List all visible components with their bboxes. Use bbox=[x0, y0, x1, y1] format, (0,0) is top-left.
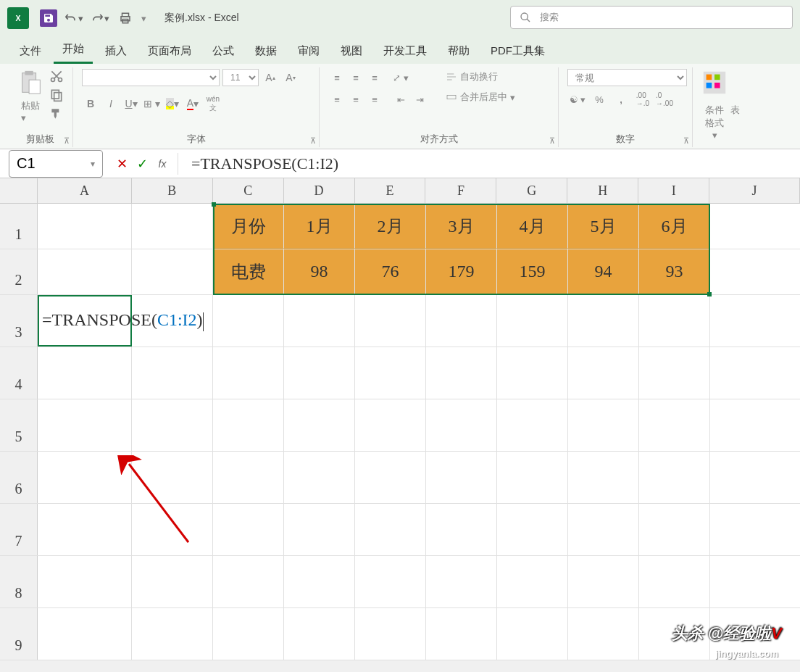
phonetic-button[interactable]: wén文 bbox=[204, 95, 222, 112]
conditional-format-icon[interactable] bbox=[701, 69, 728, 96]
increase-decimal-button[interactable]: .00→.0 bbox=[633, 91, 653, 108]
tab-pdf[interactable]: PDF工具集 bbox=[482, 38, 554, 64]
font-family-select[interactable] bbox=[82, 69, 220, 86]
cut-icon[interactable] bbox=[49, 69, 64, 83]
row-header-7[interactable]: 7 bbox=[0, 504, 38, 555]
tab-file[interactable]: 文件 bbox=[11, 38, 50, 64]
cell-a1[interactable] bbox=[38, 204, 132, 249]
cell-f1[interactable]: 3月 bbox=[426, 204, 497, 249]
tab-developer[interactable]: 开发工具 bbox=[375, 38, 436, 64]
alignment-launcher[interactable]: ⊼ bbox=[549, 136, 555, 146]
row-header-4[interactable]: 4 bbox=[0, 347, 38, 399]
currency-button[interactable]: ☯ ▾ bbox=[567, 91, 588, 108]
fx-icon[interactable]: fx bbox=[153, 154, 172, 173]
align-left-button[interactable]: ≡ bbox=[328, 91, 346, 108]
align-center-button[interactable]: ≡ bbox=[347, 91, 364, 108]
copy-icon[interactable] bbox=[49, 88, 64, 102]
col-header-h[interactable]: H bbox=[567, 178, 638, 203]
enter-icon[interactable]: ✓ bbox=[133, 154, 151, 173]
cell-h1[interactable]: 5月 bbox=[568, 204, 639, 249]
cell-e2[interactable]: 76 bbox=[355, 249, 426, 294]
cell-g1[interactable]: 4月 bbox=[497, 204, 568, 249]
tab-formulas[interactable]: 公式 bbox=[204, 38, 243, 64]
row-header-9[interactable]: 9 bbox=[0, 608, 38, 660]
cell-f3[interactable] bbox=[426, 295, 497, 347]
percent-button[interactable]: % bbox=[589, 91, 609, 108]
cell-c2[interactable]: 电费 bbox=[213, 249, 284, 294]
tab-insert[interactable]: 插入 bbox=[96, 38, 136, 64]
cell-d3[interactable] bbox=[284, 295, 355, 347]
number-format-select[interactable]: 常规 bbox=[567, 69, 687, 86]
align-right-button[interactable]: ≡ bbox=[366, 91, 383, 108]
font-size-select[interactable]: 11 bbox=[222, 69, 259, 86]
cell-h3[interactable] bbox=[568, 295, 639, 347]
col-header-f[interactable]: F bbox=[425, 178, 496, 203]
cell-d2[interactable]: 98 bbox=[284, 249, 355, 294]
cell-d1[interactable]: 1月 bbox=[284, 204, 355, 249]
cell-e1[interactable]: 2月 bbox=[355, 204, 426, 249]
cell-a2[interactable] bbox=[38, 249, 132, 294]
tab-data[interactable]: 数据 bbox=[246, 38, 286, 64]
col-header-e[interactable]: E bbox=[355, 178, 426, 203]
cell-b1[interactable] bbox=[132, 204, 213, 249]
fill-color-button[interactable]: ◇ ▾ bbox=[164, 95, 181, 112]
cell-i2[interactable]: 93 bbox=[639, 249, 710, 294]
tab-layout[interactable]: 页面布局 bbox=[139, 38, 200, 64]
paste-button[interactable]: 粘贴▾ bbox=[16, 69, 45, 123]
bold-button[interactable]: B bbox=[82, 95, 99, 112]
number-launcher[interactable]: ⊼ bbox=[683, 136, 689, 146]
merge-button[interactable]: 合并后居中 ▾ bbox=[441, 89, 520, 105]
orientation-button[interactable]: ⤢ ▾ bbox=[392, 69, 409, 86]
cell-c3[interactable] bbox=[213, 295, 284, 347]
decrease-font-button[interactable]: A▾ bbox=[282, 69, 299, 86]
col-header-j[interactable]: J bbox=[709, 178, 800, 203]
underline-button[interactable]: U ▾ bbox=[122, 95, 140, 112]
cell-i3[interactable] bbox=[639, 295, 710, 347]
cell-g3[interactable] bbox=[497, 295, 568, 347]
col-header-i[interactable]: I bbox=[638, 178, 709, 203]
col-header-g[interactable]: G bbox=[496, 178, 567, 203]
row-header-6[interactable]: 6 bbox=[0, 452, 38, 503]
align-bottom-button[interactable]: ≡ bbox=[366, 69, 383, 86]
tab-view[interactable]: 视图 bbox=[332, 38, 371, 64]
row-header-3[interactable]: 3 bbox=[0, 295, 38, 347]
border-button[interactable]: ⊞ ▾ bbox=[143, 95, 161, 112]
tab-review[interactable]: 审阅 bbox=[289, 38, 328, 64]
format-painter-icon[interactable] bbox=[49, 107, 64, 121]
row-header-8[interactable]: 8 bbox=[0, 556, 38, 607]
indent-decrease-button[interactable]: ⇤ bbox=[392, 91, 409, 108]
cell-h2[interactable]: 94 bbox=[568, 249, 639, 294]
font-launcher[interactable]: ⊼ bbox=[310, 136, 316, 146]
cell-g2[interactable]: 159 bbox=[497, 249, 568, 294]
increase-font-button[interactable]: A▴ bbox=[262, 69, 279, 86]
cell-b2[interactable] bbox=[132, 249, 213, 294]
cell-e3[interactable] bbox=[355, 295, 426, 347]
tab-home[interactable]: 开始 bbox=[54, 36, 93, 64]
row-header-5[interactable]: 5 bbox=[0, 399, 38, 451]
col-header-a[interactable]: A bbox=[38, 178, 132, 203]
font-color-button[interactable]: A ▾ bbox=[184, 95, 201, 112]
italic-button[interactable]: I bbox=[102, 95, 120, 112]
save-icon[interactable] bbox=[40, 9, 57, 27]
decrease-decimal-button[interactable]: .0→.00 bbox=[654, 91, 675, 108]
col-header-d[interactable]: D bbox=[284, 178, 355, 203]
redo-icon[interactable]: ▾ bbox=[89, 8, 109, 28]
print-icon[interactable] bbox=[115, 8, 136, 28]
col-header-b[interactable]: B bbox=[132, 178, 213, 203]
align-top-button[interactable]: ≡ bbox=[328, 69, 346, 86]
comma-button[interactable]: , bbox=[611, 91, 631, 108]
undo-icon[interactable]: ▾ bbox=[63, 8, 83, 28]
align-middle-button[interactable]: ≡ bbox=[347, 69, 364, 86]
cell-c1[interactable]: 月份 bbox=[213, 204, 284, 249]
cell-a3[interactable]: =TRANSPOSE(C1:I2) bbox=[38, 295, 132, 347]
formula-input[interactable]: =TRANSPOSE(C1:I2) bbox=[178, 154, 800, 173]
cell-i1[interactable]: 6月 bbox=[639, 204, 710, 249]
wrap-text-button[interactable]: 自动换行 bbox=[441, 69, 520, 85]
cell-f2[interactable]: 179 bbox=[426, 249, 497, 294]
row-header-2[interactable]: 2 bbox=[0, 249, 38, 294]
search-input[interactable]: 搜索 bbox=[510, 6, 793, 29]
select-all-corner[interactable] bbox=[0, 178, 38, 203]
cancel-icon[interactable]: ✕ bbox=[112, 154, 131, 173]
row-header-1[interactable]: 1 bbox=[0, 204, 38, 249]
clipboard-launcher[interactable]: ⊼ bbox=[64, 136, 70, 146]
